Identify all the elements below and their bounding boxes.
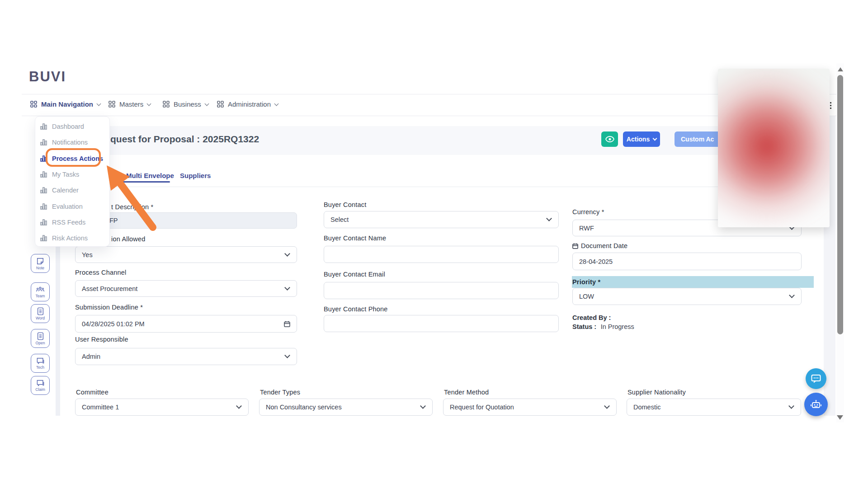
select-value: Asset Procurement: [82, 285, 137, 292]
tool-open-button[interactable]: Open: [31, 329, 50, 348]
tool-team-button[interactable]: Team: [31, 282, 50, 301]
chevron-down-icon: [546, 216, 552, 221]
scrollbar-thumb[interactable]: [837, 75, 843, 334]
chevron-down-icon: [653, 136, 657, 141]
buyer-contact-select[interactable]: Select: [324, 211, 559, 228]
negotiation-allowed-select[interactable]: Yes: [75, 246, 297, 263]
tender-method-label: Tender Method: [444, 389, 489, 396]
nav-item-masters[interactable]: Masters: [108, 100, 151, 108]
committee-label: Committee: [76, 389, 108, 396]
menu-item-calender[interactable]: Calender: [40, 184, 79, 196]
tender-types-label: Tender Types: [260, 389, 300, 396]
nav-item-label: Main Navigation: [41, 100, 93, 108]
buyer-contact-name-input[interactable]: [324, 246, 559, 263]
select-value: RWF: [579, 225, 594, 232]
menu-item-label: RSS Feeds: [52, 219, 85, 226]
select-value: Yes: [82, 251, 93, 258]
calendar-icon[interactable]: [284, 321, 290, 327]
team-icon: [35, 286, 45, 293]
tab-suppliers[interactable]: Suppliers: [180, 172, 211, 179]
buyer-contact-label: Buyer Contact: [324, 201, 366, 208]
tool-label: Word: [36, 316, 45, 320]
pointer-arrow: [90, 154, 172, 239]
bar-chart-icon: [40, 171, 47, 178]
tool-label: Note: [36, 266, 44, 270]
nav-item-business[interactable]: Business: [163, 100, 208, 108]
actions-button-label: Actions: [627, 136, 650, 143]
nav-item-administration[interactable]: Administration: [217, 100, 278, 108]
chevron-down-icon: [204, 101, 209, 106]
menu-item-notifications[interactable]: Notifications: [40, 136, 88, 148]
user-responsible-label: User Responsible: [75, 336, 128, 343]
preview-button[interactable]: [601, 131, 618, 147]
document-date-input[interactable]: 28-04-2025: [572, 253, 802, 270]
menu-item-label: Evaluation: [52, 203, 83, 210]
document-date-label: Document Date: [572, 242, 627, 249]
tool-note-button[interactable]: Note: [31, 254, 50, 273]
tabbar-divider: [60, 187, 824, 187]
nav-item-main-navigation[interactable]: Main Navigation: [30, 100, 100, 108]
tool-claim-button[interactable]: Claim: [31, 376, 50, 395]
select-value: Non Consultancy services: [266, 404, 342, 411]
buyer-contact-email-input[interactable]: [324, 282, 559, 299]
document-icon: [37, 332, 44, 340]
menu-item-my-tasks[interactable]: My Tasks: [40, 169, 79, 180]
bot-button[interactable]: [804, 393, 828, 416]
tool-word-button[interactable]: Word: [31, 304, 50, 323]
select-value: LOW: [579, 293, 594, 300]
menu-item-dashboard[interactable]: Dashboard: [40, 121, 84, 132]
label-text: Document Date: [581, 242, 627, 249]
input-value: 28-04-2025: [579, 258, 613, 265]
chevron-down-icon: [236, 403, 242, 409]
custom-actions-button-label: Custom Ac: [681, 136, 714, 143]
actions-button[interactable]: Actions: [623, 131, 660, 147]
nav-item-label: Masters: [119, 100, 143, 108]
buyer-contact-phone-label: Buyer Contact Phone: [324, 305, 388, 313]
menu-item-label: Dashboard: [52, 123, 84, 130]
buyer-contact-email-label: Buyer Contact Email: [324, 271, 385, 278]
menu-item-label: My Tasks: [52, 171, 79, 178]
process-channel-select[interactable]: Asset Procurement: [75, 280, 297, 297]
menu-item-evaluation[interactable]: Evaluation: [40, 201, 83, 212]
menu-dots-icon[interactable]: [830, 102, 831, 109]
committee-select[interactable]: Committee 1: [75, 399, 249, 416]
menu-item-risk-actions[interactable]: Risk Actions: [40, 232, 88, 244]
brand-logo: BUVI: [29, 69, 66, 85]
page-title: quest for Proposal : 2025RQ1322: [110, 134, 259, 145]
tool-tech-button[interactable]: Tech: [31, 354, 50, 373]
grid-icon: [108, 101, 115, 108]
bar-chart-icon: [40, 235, 47, 241]
bar-chart-icon: [40, 123, 47, 130]
tender-method-select[interactable]: Request for Quotation: [443, 399, 617, 416]
bar-chart-icon: [40, 187, 47, 193]
status-value: In Progress: [601, 323, 634, 330]
process-channel-label: Process Channel: [75, 269, 126, 276]
priority-select[interactable]: LOW: [572, 288, 802, 305]
tool-label: Tech: [36, 365, 44, 370]
buyer-contact-phone-input[interactable]: [324, 315, 559, 332]
status-row: Status : In Progress: [572, 323, 634, 331]
priority-highlight-band: [572, 276, 814, 288]
tender-types-select[interactable]: Non Consultancy services: [259, 399, 433, 416]
menu-item-rss-feeds[interactable]: RSS Feeds: [40, 216, 85, 228]
select-value: Domestic: [633, 404, 660, 411]
calendar-icon: [572, 243, 578, 249]
chevron-down-icon: [284, 251, 290, 257]
nav-divider: [22, 116, 836, 116]
select-value: Select: [330, 216, 349, 223]
menu-item-label: Risk Actions: [52, 235, 88, 242]
select-value: Admin: [82, 353, 100, 360]
menu-item-label: Notifications: [52, 139, 88, 146]
grid-icon: [217, 101, 224, 108]
chevron-down-icon: [789, 292, 795, 298]
chat-button[interactable]: [806, 368, 826, 389]
chevron-down-icon: [788, 403, 794, 409]
scroll-down-arrow[interactable]: [837, 415, 843, 420]
buyer-contact-name-label: Buyer Contact Name: [324, 235, 386, 242]
chat-bubble-icon: [811, 374, 821, 383]
tool-label: Open: [36, 341, 45, 345]
supplier-nationality-select[interactable]: Domestic: [627, 399, 801, 416]
user-responsible-select[interactable]: Admin: [75, 348, 297, 365]
scroll-up-arrow[interactable]: [838, 67, 843, 71]
submission-deadline-input[interactable]: 04/28/2025 01:02 PM: [75, 315, 297, 333]
